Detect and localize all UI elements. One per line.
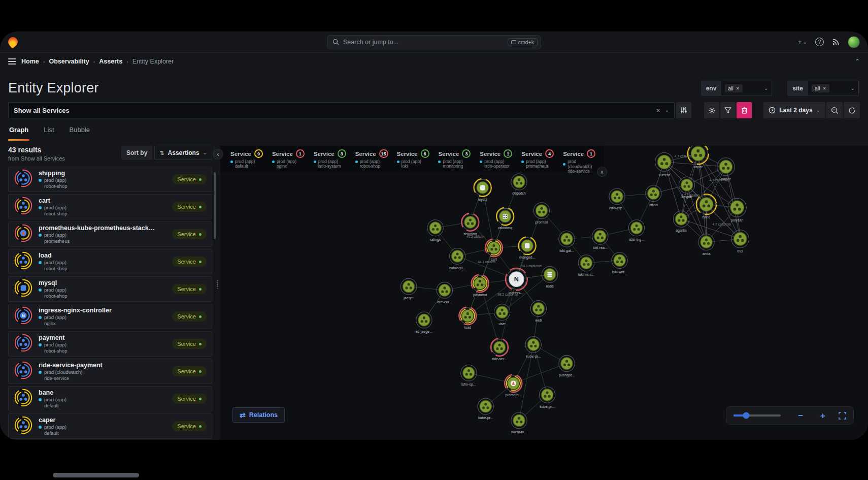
graph-node[interactable]: otel-col... [437,282,452,304]
graph-node[interactable]: istio-egr... [609,188,625,210]
list-item[interactable]: cartprod (app)robot-shopService [8,194,212,219]
graph-node[interactable]: loki-gat... [559,231,575,252]
tab-list[interactable]: List [43,124,55,140]
collapse-legend-button[interactable]: ∧ [597,167,607,177]
query-options-button[interactable] [676,102,691,118]
zoom-out-time-button[interactable] [826,102,843,118]
legend-group[interactable]: Service9prod (app)default [230,149,268,172]
node-label: catalogu... [449,266,466,270]
graph-node[interactable]: Ningress-... [506,268,527,295]
legend-group[interactable]: Service3prod (app)istio-system [314,149,351,172]
legend-group[interactable]: Service4prod (app)prometheus [521,149,558,172]
list-item[interactable]: Ningress-nginx-controllerprod (app)nginx… [8,304,212,329]
graph-node[interactable]: catalogu... [449,248,466,270]
graph-node[interactable]: web [530,300,546,322]
legend-count-badge: 1 [587,149,595,158]
delete-button[interactable] [737,102,752,118]
env-filter-tag[interactable]: all✕ [725,84,743,92]
list-item[interactable]: ride-service-paymentprod (cloudwatch)rid… [8,359,212,384]
graph-node[interactable]: loki-rea... [592,228,608,250]
legend-group[interactable]: Service1prod (cloudwatch)ride-service [563,149,600,172]
legend-type: Service [314,151,335,157]
graph-node[interactable]: jaeger [400,278,416,300]
graph-node[interactable]: current [655,153,674,177]
menu-toggle-icon[interactable] [8,58,16,65]
graph-node[interactable]: polysan [728,198,746,222]
grafana-logo-icon[interactable] [6,35,20,49]
tab-bubble[interactable]: Bubble [69,124,91,140]
legend-group[interactable]: Service15prod (app)robot-shop [355,149,392,172]
collapse-panel-button[interactable]: ‹ [213,149,223,159]
graph-node[interactable]: kube-pr... [525,337,541,359]
legend-group[interactable]: Service6prod (app)loki [397,149,434,172]
graph-node[interactable]: loki-writ... [612,252,627,274]
service-query-input[interactable]: Show all Services ✕ ⌄ [8,102,675,118]
graph-node[interactable]: istio-ing... [628,220,644,242]
collapse-page-icon[interactable]: ⌃ [855,58,860,65]
graph-node[interactable]: shipping [461,213,479,236]
entity-graph-canvas[interactable]: 41.5 calls/m44.1 calls/m+4.3 calls/min98… [220,146,868,440]
env-dot [397,161,399,163]
graph-node[interactable]: kube-pr... [539,387,555,408]
clear-query-icon[interactable]: ✕ [656,108,660,113]
graph-node[interactable]: es-jaege... [416,312,432,334]
node-label: loki-mini... [578,273,594,277]
graph-node[interactable]: payment [471,274,488,297]
breadcrumb-home[interactable]: Home [21,58,39,65]
list-item[interactable]: baneprod (app)defaultService [8,386,212,411]
relations-button[interactable]: ⇄ Relations [232,407,285,423]
user-avatar[interactable] [848,36,860,48]
help-icon[interactable]: ? [815,38,824,46]
site-filter-tag[interactable]: all✕ [812,84,829,92]
breadcrumb-observability[interactable]: Observability [49,58,89,65]
zoom-in-button[interactable]: + [820,411,825,420]
graph-node[interactable]: redis [542,266,557,288]
refresh-button[interactable] [844,102,860,118]
graph-node[interactable]: ratings [427,220,443,242]
graph-node[interactable]: mol [731,230,749,253]
sort-select[interactable]: ⇅ Assertions ⌄ [154,146,212,160]
list-item[interactable]: mysqlprod (app)robot-shopService [8,276,212,302]
settings-button[interactable] [704,102,719,118]
chevron-down-icon[interactable]: ⌄ [665,108,669,113]
graph-node[interactable]: promtail [533,203,549,225]
legend-type: Service [272,151,293,157]
list-item[interactable]: prometheus-kube-prometheus-stack-prometh… [8,221,212,247]
list-item[interactable]: paymentprod (app)robot-shopService [8,331,212,357]
zoom-slider-thumb[interactable] [743,412,750,419]
global-search-input[interactable]: Search or jump to... cmd+k [327,35,541,49]
filter-button[interactable] [720,102,736,118]
legend-group[interactable]: Service1prod (app)nginx [272,149,309,172]
new-menu-button[interactable]: +⌄ [798,38,807,46]
graph-node[interactable]: agartia [673,211,689,233]
graph-node[interactable]: mongod... [518,237,536,260]
zoom-slider[interactable] [733,414,781,417]
legend-group[interactable]: Service3prod (app)monitoring [438,149,475,172]
graph-node[interactable]: rabbitmq [496,208,514,231]
list-scrollbar[interactable] [214,172,216,239]
graph-node[interactable]: dispatch [511,174,527,196]
list-item[interactable]: caperprod (app)defaultService [8,413,212,439]
graph-node[interactable]: load [459,307,476,330]
node-label: promtail [535,220,548,225]
news-feed-icon[interactable] [832,38,840,46]
graph-node[interactable]: istio-op... [461,365,477,387]
env-filter-select[interactable]: all✕ ⌄ [721,81,772,96]
graph-node[interactable]: istiod [646,185,661,207]
list-item[interactable]: loadprod (app)robot-shopService [8,249,212,274]
fit-view-button[interactable] [839,412,846,420]
graph-node[interactable]: mysql [474,179,491,202]
graph-node[interactable]: prometh... [505,374,522,397]
time-range-picker[interactable]: Last 2 days ⌄ [763,102,825,118]
zoom-out-button[interactable]: − [798,411,803,420]
graph-node[interactable]: ride-ser... [491,338,508,361]
legend-group[interactable]: Service1prod (app)istio-operator [480,149,517,172]
graph-node[interactable]: amta [698,234,714,256]
list-item[interactable]: shippingprod (app)robot-shopService [8,167,212,192]
tab-graph[interactable]: Graph [8,124,29,140]
breadcrumb-asserts[interactable]: Asserts [99,58,122,65]
site-filter-select[interactable]: all✕ ⌄ [808,81,859,96]
graph-node[interactable]: cart [485,239,503,262]
graph-node[interactable]: pushgat... [559,356,575,377]
graph-node[interactable]: loki-mini... [578,255,594,277]
